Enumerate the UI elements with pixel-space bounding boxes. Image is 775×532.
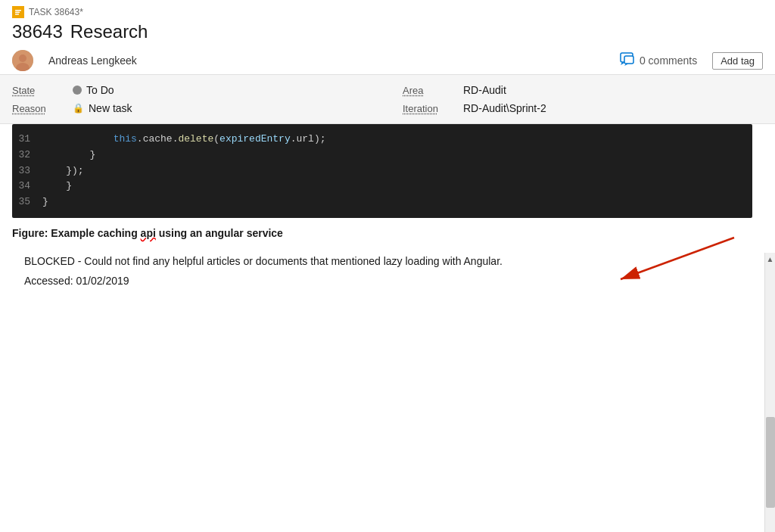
state-field-row: State To Do	[12, 84, 372, 96]
add-tag-button[interactable]: Add tag	[712, 52, 763, 70]
area-value: RD-Audit	[463, 84, 506, 96]
scrollbar[interactable]: ▲ ▼	[764, 253, 775, 532]
code-line-32: 32 }	[12, 148, 752, 163]
task-meta-row: Andreas Lengkeek 0 comments Add tag	[12, 50, 763, 71]
blocked-section: BLOCKED - Could not find any helpful art…	[0, 253, 764, 290]
avatar	[12, 50, 33, 71]
svg-rect-1	[15, 10, 21, 11]
svg-point-5	[19, 54, 26, 62]
lock-icon: 🔒	[73, 103, 84, 114]
code-block: 31 this.cache.delete(expiredEntry.url); …	[12, 124, 752, 218]
reason-field-row: Reason 🔒 New task	[12, 102, 372, 114]
scrollbar-thumb[interactable]	[766, 417, 775, 508]
area-label: Area	[403, 85, 456, 96]
blocked-text: BLOCKED - Could not find any helpful art…	[12, 253, 752, 269]
task-id-label: TASK 38643*	[29, 7, 83, 17]
reason-label: Reason	[12, 103, 65, 114]
code-line-34: 34 }	[12, 179, 752, 194]
figure-caption: Figure: Example caching api using an ang…	[0, 218, 764, 245]
api-text: api	[141, 227, 156, 239]
scroll-up-arrow[interactable]: ▲	[765, 253, 776, 265]
task-title-row: 38643 Research	[12, 21, 763, 42]
code-line-31: 31 this.cache.delete(expiredEntry.url);	[12, 132, 752, 148]
task-type-icon	[12, 6, 24, 18]
code-line-33: 33 });	[12, 163, 752, 179]
accessed-text: Accessed: 01/02/2019	[12, 272, 752, 289]
main-content: 31 this.cache.delete(expiredEntry.url); …	[0, 124, 775, 290]
comments-count: 0 comments	[640, 54, 697, 67]
reason-value: 🔒 New task	[73, 102, 132, 114]
iteration-field-row: Iteration RD-Audit\Sprint-2	[403, 102, 763, 114]
task-number: 38643	[12, 21, 63, 42]
fields-section: State To Do Area RD-Audit Reason 🔒 New t…	[0, 75, 775, 124]
area-field-row: Area RD-Audit	[403, 84, 763, 96]
svg-rect-3	[15, 14, 19, 15]
comment-icon	[620, 52, 635, 70]
state-label: State	[12, 85, 65, 96]
state-value: To Do	[73, 84, 114, 96]
iteration-value: RD-Audit\Sprint-2	[463, 102, 546, 114]
content-wrapper: 31 this.cache.delete(expiredEntry.url); …	[0, 124, 775, 290]
state-indicator	[73, 86, 82, 95]
task-name: Research	[70, 21, 148, 42]
header-section: TASK 38643* 38643 Research Andreas Lengk…	[0, 0, 775, 75]
author-name: Andreas Lengkeek	[48, 54, 137, 67]
iteration-label: Iteration	[403, 103, 456, 114]
svg-rect-2	[15, 12, 20, 14]
comments-button[interactable]: 0 comments	[620, 52, 697, 70]
task-label-row: TASK 38643*	[12, 6, 763, 18]
code-line-35: 35 }	[12, 194, 752, 210]
svg-rect-11	[624, 56, 633, 64]
